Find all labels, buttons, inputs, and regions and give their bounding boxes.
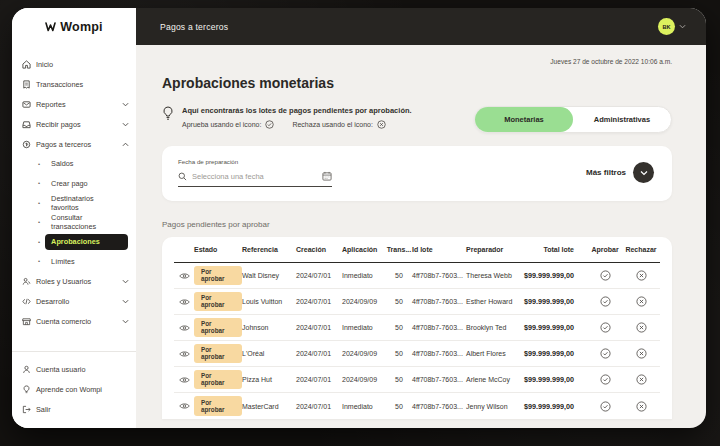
sidebar-item-label: Crear pago: [45, 176, 96, 192]
date-filter-input[interactable]: [192, 172, 317, 181]
approvals-table: Estado Referencia Creación Aplicación Tr…: [162, 237, 672, 419]
sidebar-item-reportes[interactable]: Reportes: [22, 94, 129, 114]
view-details-eye-icon[interactable]: [179, 298, 190, 306]
user-menu[interactable]: BK: [658, 18, 686, 35]
col-preparador: Preparador: [466, 246, 522, 253]
sidebar-item-limites[interactable]: • Límites: [22, 252, 129, 272]
cell-total-lote: $99.999.999,00: [524, 375, 588, 384]
avatar[interactable]: BK: [658, 18, 675, 35]
sidebar-item-saldos[interactable]: • Saldos: [22, 154, 129, 174]
sidebar-item-label: Consultar transacciones: [45, 210, 129, 235]
wompi-logo-icon: [45, 22, 56, 32]
sidebar-item-aprende-con-wompi[interactable]: Aprende con Wompi: [22, 379, 129, 399]
sidebar-item-label: Límites: [45, 254, 83, 270]
sidebar-item-cuenta-comercio[interactable]: Cuenta comercio: [22, 311, 129, 331]
cell-creacion: 2024/07/01: [296, 403, 342, 410]
home-icon: [22, 60, 31, 69]
chevron-up-icon: [122, 142, 129, 147]
col-estado: Estado: [194, 246, 242, 253]
cell-aplicacion: 2024/09/09: [342, 298, 386, 305]
reject-button-icon[interactable]: [636, 296, 647, 307]
approve-button-icon[interactable]: [600, 270, 611, 281]
info-tip: Aquí encontrarás los lotes de pagos pend…: [162, 106, 412, 129]
cell-preparador: Jenny Wilson: [466, 403, 522, 410]
cell-referencia: MasterCard: [242, 403, 296, 410]
status-badge: Por aprobar: [194, 344, 242, 364]
logout-icon: [22, 405, 31, 414]
sidebar-item-salir[interactable]: Salir: [22, 399, 129, 419]
sidebar-item-label: Desarrollo: [36, 297, 69, 306]
wompi-logo-text: Wompi: [60, 20, 102, 34]
x-circle-icon: [377, 120, 386, 129]
sidebar-item-aprobaciones[interactable]: • Aprobaciones: [22, 232, 129, 252]
cell-referencia: Johnson: [242, 324, 296, 331]
bullet-dot: •: [38, 239, 40, 245]
cell-referencia: Pizza Hut: [242, 376, 296, 383]
status-badge: Por aprobar: [194, 292, 242, 312]
more-filters-label: Más filtros: [586, 168, 626, 177]
user-icon: [22, 365, 31, 374]
sidebar-item-label: Roles y Usuarios: [36, 277, 91, 286]
approve-button-icon[interactable]: [600, 401, 611, 412]
sidebar-item-label: Transacciones: [36, 80, 83, 89]
approve-button-icon[interactable]: [600, 348, 611, 359]
cell-total-lote: $99.999.999,00: [524, 271, 588, 280]
sidebar-item-label: Cuenta comercio: [36, 317, 91, 326]
table-row: Por aprobar Pizza Hut 2024/07/01 2024/09…: [174, 367, 660, 393]
calendar-icon[interactable]: [322, 171, 332, 181]
sidebar-item-cuenta-usuario[interactable]: Cuenta usuario: [22, 359, 129, 379]
cell-aplicacion: 2024/09/09: [342, 376, 386, 383]
cell-creacion: 2024/07/01: [296, 298, 342, 305]
sidebar-item-label: Inicio: [36, 60, 53, 69]
receipt-icon: [22, 80, 31, 89]
approve-button-icon[interactable]: [600, 374, 611, 385]
table-row: Por aprobar Johnson 2024/07/01 Inmediato…: [174, 315, 660, 341]
reject-button-icon[interactable]: [636, 270, 647, 281]
cell-total-lote: $99.999.999,00: [524, 402, 588, 411]
sidebar-item-label: Aprende con Wompi: [36, 385, 102, 394]
mail-icon: [22, 100, 31, 109]
view-details-eye-icon[interactable]: [179, 350, 190, 358]
tab-monetarias[interactable]: Monetarias: [475, 107, 573, 132]
tab-administrativas[interactable]: Administrativas: [573, 107, 671, 132]
cell-id-lote: 4ff708b7-7603...: [412, 376, 466, 383]
sidebar-item-transacciones[interactable]: Transacciones: [22, 74, 129, 94]
sidebar-item-desarrollo[interactable]: Desarrollo: [22, 291, 129, 311]
main-area: Pagos a terceros BK Jueves 27 de octubre…: [136, 8, 706, 428]
view-details-eye-icon[interactable]: [179, 272, 190, 280]
more-filters-button[interactable]: Más filtros: [586, 162, 654, 183]
lightbulb-icon: [22, 385, 31, 394]
reject-button-icon[interactable]: [636, 322, 647, 333]
approve-button-icon[interactable]: [600, 296, 611, 307]
status-badge: Por aprobar: [194, 370, 242, 390]
sidebar-item-inicio[interactable]: Inicio: [22, 54, 129, 74]
search-icon: [178, 172, 187, 181]
cell-preparador: Albert Flores: [466, 350, 522, 357]
reject-button-icon[interactable]: [636, 348, 647, 359]
view-details-eye-icon[interactable]: [179, 376, 190, 384]
sidebar-item-roles-usuarios[interactable]: Roles y Usuarios: [22, 271, 129, 291]
table-header-row: Estado Referencia Creación Aplicación Tr…: [174, 237, 660, 263]
date-filter-field[interactable]: [178, 171, 332, 187]
cell-aplicacion: Inmediato: [342, 403, 386, 410]
view-details-eye-icon[interactable]: [179, 324, 190, 332]
sidebar-item-recibir-pagos[interactable]: Recibir pagos: [22, 114, 129, 134]
cell-preparador: Arlene McCoy: [466, 376, 522, 383]
cell-referencia: Louis Vuitton: [242, 298, 296, 305]
approve-button-icon[interactable]: [600, 322, 611, 333]
tip-legend: Aprueba usando el icono: Rechaza usando …: [182, 120, 412, 129]
reject-button-icon[interactable]: [636, 374, 647, 385]
cell-preparador: Theresa Webb: [466, 272, 522, 279]
reject-button-icon[interactable]: [636, 401, 647, 412]
cell-aplicacion: Inmediato: [342, 272, 386, 279]
sidebar-item-pagos-a-terceros[interactable]: Pagos a terceros: [22, 134, 129, 154]
sidebar-item-consultar-transacciones[interactable]: • Consultar transacciones: [22, 213, 129, 233]
status-badge: Por aprobar: [194, 396, 242, 416]
cell-creacion: 2024/07/01: [296, 350, 342, 357]
sidebar-bottom: Cuenta usuario Aprende con Wompi Salir: [12, 351, 136, 428]
col-aprobar: Aprobar: [591, 246, 618, 253]
cell-preparador: Brooklyn Ted: [466, 324, 522, 331]
chevron-down-icon[interactable]: [679, 24, 686, 29]
view-details-eye-icon[interactable]: [179, 402, 190, 410]
sidebar-item-label: Reportes: [36, 100, 66, 109]
